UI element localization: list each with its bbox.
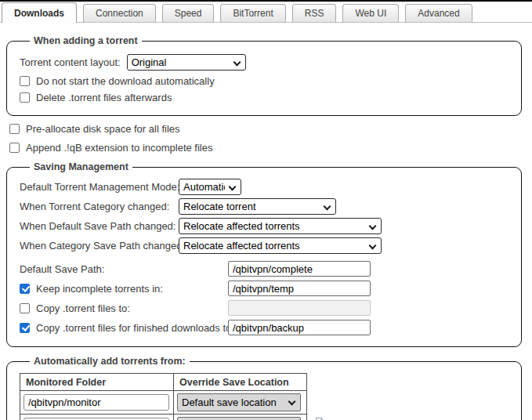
table-header-row: Monitored Folder Override Save Location <box>20 374 307 391</box>
category-path-changed-select-wrap: Relocate affected torrents <box>179 237 382 254</box>
torrent-content-layout-select[interactable]: Original <box>127 54 246 71</box>
default-path-changed-label: When Default Save Path changed: <box>20 220 179 232</box>
override-select-wrap-1: Default save location <box>177 393 301 411</box>
fieldset-legend: Automatically add torrents from: <box>30 356 190 367</box>
copy-finished-label: Copy .torrent files for finished downloa… <box>36 322 234 334</box>
copy-finished-input[interactable] <box>228 320 371 335</box>
tab-advanced[interactable]: Advanced <box>405 4 472 22</box>
monitored-folders-table: Monitored Folder Override Save Location … <box>20 373 307 420</box>
category-changed-row: When Torrent Category changed: Relocate … <box>20 198 512 215</box>
incomplete-torrents-row: Keep incomplete torrents in: <box>20 281 512 296</box>
preferences-page: Downloads Connection Speed BitTorrent RS… <box>0 0 532 420</box>
fieldset-legend: Saving Management <box>30 161 132 172</box>
category-changed-select[interactable]: Relocate torrent <box>179 198 336 215</box>
table-row: Default save location <box>20 415 307 420</box>
saving-management-selects: Default Torrent Management Mode: Automat… <box>20 179 512 254</box>
override-save-location-select-2[interactable]: Default save location <box>177 417 301 420</box>
tab-bittorrent[interactable]: BitTorrent <box>220 4 285 22</box>
delete-torrent-checkbox[interactable] <box>20 92 30 103</box>
copy-finished-row: Copy .torrent files for finished downloa… <box>20 320 512 335</box>
default-save-path-label: Default Save Path: <box>20 263 228 275</box>
fieldset-saving-management: Saving Management Default Torrent Manage… <box>6 161 522 347</box>
append-extension-checkbox[interactable] <box>9 143 20 153</box>
mgmt-mode-select-wrap: Automatic <box>179 179 241 195</box>
category-changed-select-wrap: Relocate torrent <box>179 198 336 215</box>
dont-start-row: Do not start the download automatically <box>20 75 512 87</box>
dont-start-label: Do not start the download automatically <box>36 75 215 87</box>
tab-downloads[interactable]: Downloads <box>2 2 77 23</box>
override-save-location-header: Override Save Location <box>174 374 307 391</box>
tab-connection[interactable]: Connection <box>83 4 156 22</box>
incomplete-torrents-label: Keep incomplete torrents in: <box>36 283 163 295</box>
category-path-changed-row: When Category Save Path changed: Relocat… <box>20 237 512 254</box>
fieldset-when-adding-a-torrent: When adding a torrent Torrent content la… <box>6 35 522 116</box>
category-path-changed-select[interactable]: Relocate affected torrents <box>179 237 382 254</box>
downloads-settings-panel: When adding a torrent Torrent content la… <box>0 23 532 420</box>
category-path-changed-label: When Category Save Path changed: <box>20 240 179 252</box>
override-select-wrap-2: Default save location <box>177 417 301 420</box>
category-changed-label: When Torrent Category changed: <box>20 201 179 212</box>
mgmt-mode-label: Default Torrent Management Mode: <box>20 181 179 193</box>
append-extension-row: Append .!qB extension to incomplete file… <box>0 142 532 154</box>
dont-start-checkbox[interactable] <box>20 76 30 86</box>
torrent-content-layout-select-wrap: Original <box>127 54 246 71</box>
preallocate-row: Pre-allocate disk space for all files <box>0 123 532 135</box>
default-path-changed-select[interactable]: Relocate affected torrents <box>179 218 382 234</box>
delete-torrent-label: Delete .torrent files afterwards <box>36 92 172 103</box>
torrent-content-layout-label: Torrent content layout: <box>20 56 121 68</box>
tab-rss[interactable]: RSS <box>292 4 337 22</box>
monitored-folder-header: Monitored Folder <box>20 374 174 391</box>
table-row: Default save location <box>20 391 307 415</box>
delete-torrent-row: Delete .torrent files afterwards <box>20 92 512 103</box>
tab-webui[interactable]: Web UI <box>342 4 399 22</box>
default-save-path-row: Default Save Path: <box>20 261 512 277</box>
saving-management-paths: Default Save Path: Keep incomplete torre… <box>20 261 512 335</box>
copy-torrent-input <box>228 300 371 316</box>
incomplete-torrents-checkbox[interactable] <box>20 284 30 294</box>
fieldset-legend: When adding a torrent <box>30 35 142 46</box>
preallocate-checkbox[interactable] <box>9 124 20 134</box>
mgmt-mode-select[interactable]: Automatic <box>179 179 241 195</box>
default-path-changed-select-wrap: Relocate affected torrents <box>179 218 382 234</box>
tab-speed[interactable]: Speed <box>162 4 215 22</box>
default-path-changed-row: When Default Save Path changed: Relocate… <box>20 218 512 234</box>
preallocate-label: Pre-allocate disk space for all files <box>26 123 180 135</box>
copy-torrent-row: Copy .torrent files to: <box>20 300 512 316</box>
copy-finished-checkbox[interactable] <box>20 323 30 333</box>
monitored-folders-area: Monitored Folder Override Save Location … <box>20 370 512 420</box>
default-save-path-input[interactable] <box>228 261 371 277</box>
append-extension-label: Append .!qB extension to incomplete file… <box>26 142 212 154</box>
add-monitored-folder-icon[interactable] <box>314 417 326 420</box>
incomplete-torrents-input[interactable] <box>228 281 371 296</box>
copy-torrent-checkbox[interactable] <box>20 303 30 313</box>
torrent-content-layout-row: Torrent content layout: Original <box>20 54 512 71</box>
override-save-location-select-1[interactable]: Default save location <box>177 393 301 411</box>
fieldset-automatically-add-torrents: Automatically add torrents from: Monitor… <box>6 356 522 420</box>
copy-torrent-label: Copy .torrent files to: <box>36 302 130 314</box>
preferences-tabbar: Downloads Connection Speed BitTorrent RS… <box>0 2 532 23</box>
mgmt-mode-row: Default Torrent Management Mode: Automat… <box>20 179 512 195</box>
monitored-folder-input-1[interactable] <box>24 394 169 411</box>
